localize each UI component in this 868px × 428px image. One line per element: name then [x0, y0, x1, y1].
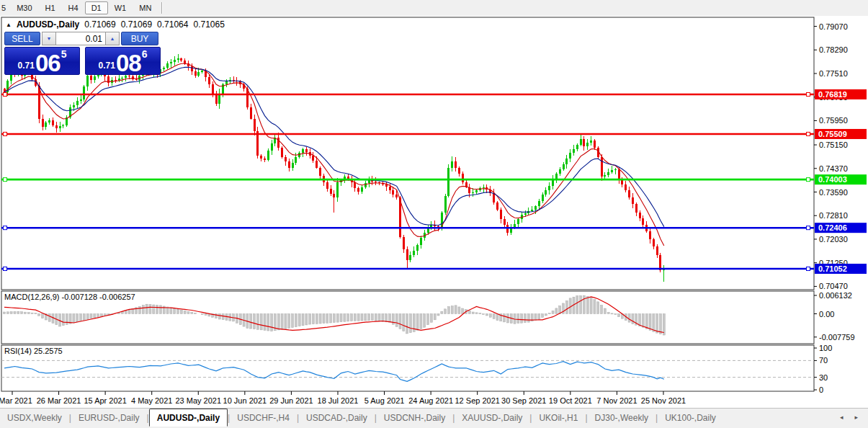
level-handle[interactable]: [4, 93, 7, 97]
candle-body: [559, 169, 561, 174]
macd-histogram-bar: [27, 313, 30, 314]
tf-button-m30[interactable]: M30: [10, 2, 38, 14]
candle-body: [52, 120, 54, 125]
price-badge-label: 0.74003: [818, 175, 847, 184]
candle-body: [326, 182, 328, 188]
volume-up-button[interactable]: ▲: [105, 32, 120, 45]
macd-histogram-bar: [201, 314, 203, 315]
tab-scroll-right-icon[interactable]: ▸: [854, 414, 858, 421]
tab-dj30-weekly[interactable]: DJ30-,Weekly: [588, 411, 656, 426]
buy-button[interactable]: BUY: [121, 32, 158, 45]
sell-button[interactable]: SELL: [4, 32, 40, 45]
candle-body: [285, 157, 287, 161]
macd-histogram-bar: [38, 314, 40, 316]
level-handle[interactable]: [807, 178, 810, 182]
candle-body: [542, 195, 544, 200]
app-window: 5M30H1H4D1W1MN 0.790700.782900.775100.76…: [0, 0, 868, 428]
macd-histogram-bar: [4, 312, 6, 313]
macd-histogram-bar: [125, 311, 127, 313]
sell-price-pip: 5: [61, 48, 67, 60]
date-label: 12 Sep 2021: [455, 396, 500, 405]
candle-body: [563, 164, 565, 169]
macd-histogram-bar: [177, 309, 179, 313]
tab-usdcad-daily[interactable]: USDCAD-,Daily: [299, 411, 375, 426]
tf-button-w1[interactable]: W1: [108, 2, 133, 14]
tab-ukoil-h1[interactable]: UKOil-,H1: [532, 411, 585, 426]
level-handle[interactable]: [4, 267, 7, 271]
candle-body: [628, 190, 630, 197]
level-handle[interactable]: [807, 132, 810, 135]
level-handle[interactable]: [4, 178, 7, 182]
tab-usdchf-h4[interactable]: USDCHF-,H4: [230, 411, 297, 426]
candle-body: [611, 170, 613, 172]
macd-histogram-bar: [479, 313, 481, 314]
tab-usdx-weekly[interactable]: USDX,Weekly: [0, 411, 69, 426]
rsi-axis-label: 30: [819, 373, 828, 382]
chevron-up-icon: ▲: [110, 36, 115, 41]
buy-price-display[interactable]: 0.71 08 6: [85, 47, 161, 75]
candle-body: [451, 161, 453, 167]
chevron-down-icon: ▼: [47, 36, 52, 41]
candle-body: [635, 204, 637, 213]
macd-histogram-bar: [486, 314, 488, 316]
macd-histogram-bar: [468, 311, 470, 313]
macd-histogram-bar: [333, 314, 335, 323]
candle-body: [354, 182, 356, 188]
candle-body: [500, 210, 502, 219]
macd-histogram-bar: [447, 307, 449, 314]
axis-tick-label: 0.74370: [819, 164, 848, 173]
macd-histogram-bar: [218, 314, 220, 319]
candle-body: [277, 138, 279, 148]
level-handle[interactable]: [4, 132, 7, 135]
toolbar-separator: [161, 2, 163, 14]
volume-down-button[interactable]: ▼: [42, 32, 56, 45]
macd-histogram-bar: [80, 314, 82, 321]
tab-uk100-daily[interactable]: UK100-,Daily: [658, 411, 723, 426]
date-label: 4 May 2021: [131, 396, 172, 405]
candle-body: [538, 201, 540, 207]
candle-body: [73, 105, 75, 107]
sell-price-display[interactable]: 0.71 06 5: [4, 47, 80, 75]
tf-button-h1[interactable]: H1: [39, 2, 62, 14]
macd-histogram-bar: [351, 314, 353, 321]
macd-histogram-bar: [292, 314, 294, 328]
macd-histogram-bar: [604, 308, 606, 313]
tab-usdcnh-daily[interactable]: USDCNH-,Daily: [377, 411, 452, 426]
level-handle[interactable]: [807, 226, 810, 230]
candle-body: [472, 192, 474, 193]
tab-scroll-left-icon[interactable]: ◂: [840, 414, 844, 421]
volume-input[interactable]: [56, 32, 105, 45]
date-label: 29 Jun 2021: [269, 396, 313, 405]
candle-body: [208, 77, 210, 84]
rsi-plot-area[interactable]: [1, 345, 814, 391]
tab-eurusd-daily[interactable]: EURUSD-,Daily: [71, 411, 147, 426]
candle-body: [86, 76, 89, 87]
macd-histogram-bar: [10, 312, 12, 314]
tab-xauusd-daily[interactable]: XAUUSD-,Daily: [455, 411, 529, 426]
tf-button-h4[interactable]: H4: [62, 2, 85, 14]
macd-histogram-bar: [316, 314, 318, 324]
buy-price-pip: 6: [142, 48, 148, 60]
tf-button-d1[interactable]: D1: [85, 1, 108, 14]
tf-button-5[interactable]: 5: [0, 2, 10, 14]
level-handle[interactable]: [807, 93, 810, 97]
axis-tick-label: 0.78290: [819, 45, 848, 54]
price-badge-label: 0.72406: [818, 223, 847, 232]
candle-body: [517, 219, 519, 225]
macd-histogram-bar: [6, 312, 9, 314]
macd-histogram-bar: [517, 314, 519, 324]
level-handle[interactable]: [807, 267, 810, 271]
candle-body: [62, 125, 64, 126]
candle-body: [614, 169, 617, 170]
candle-body: [336, 182, 339, 197]
collapse-arrow-icon[interactable]: ▲: [6, 22, 12, 28]
macd-histogram-bar: [159, 306, 161, 314]
macd-histogram-bar: [451, 306, 453, 314]
tf-button-mn[interactable]: MN: [133, 2, 158, 14]
candle-body: [267, 151, 269, 160]
tab-audusd-daily[interactable]: AUDUSD-,Daily: [149, 409, 228, 427]
timeframe-toolbar: 5M30H1H4D1W1MN: [0, 0, 868, 17]
rsi-axis-label: 100: [819, 344, 832, 352]
macd-histogram-bar: [430, 314, 432, 323]
level-handle[interactable]: [4, 226, 7, 230]
